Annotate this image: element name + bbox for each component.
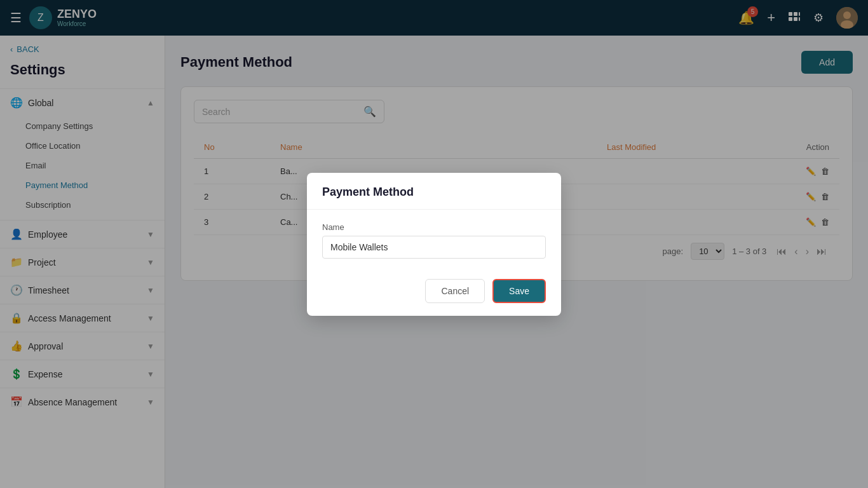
name-label: Name — [322, 222, 546, 232]
modal-title: Payment Method — [322, 186, 546, 199]
save-button[interactable]: Save — [492, 279, 546, 303]
modal-footer: Cancel Save — [307, 271, 561, 316]
modal-body: Name — [307, 210, 561, 271]
modal-header: Payment Method — [307, 173, 561, 210]
cancel-button[interactable]: Cancel — [425, 279, 485, 303]
name-input[interactable] — [322, 236, 546, 259]
payment-method-modal: Payment Method Name Cancel Save — [307, 173, 561, 316]
modal-overlay: Payment Method Name Cancel Save — [0, 0, 868, 488]
